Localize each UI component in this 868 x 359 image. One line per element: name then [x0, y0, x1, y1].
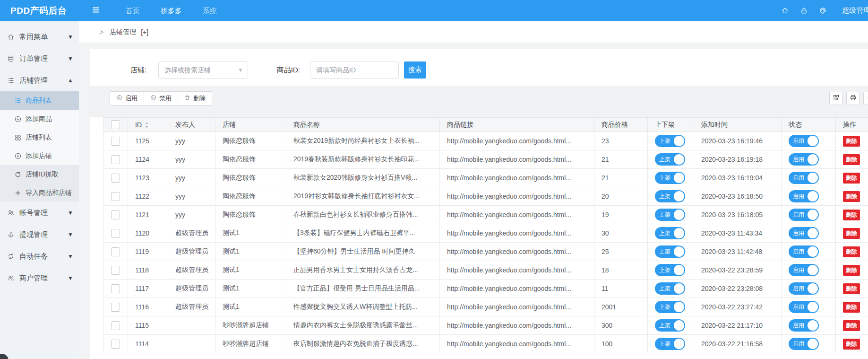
- merchants-icon: [7, 274, 15, 282]
- status-toggle[interactable]: 启用: [789, 282, 819, 295]
- row-checkbox[interactable]: [111, 137, 120, 146]
- delete-button[interactable]: 删除: [843, 339, 860, 350]
- cell-shop: 陶依恋服饰: [215, 150, 286, 169]
- cell-goods-name: 夜店制服激情趣内衣免脱血滴子极度诱惑...: [286, 335, 440, 353]
- sidebar-item-shop-list[interactable]: 店铺列表: [0, 128, 79, 147]
- row-checkbox[interactable]: [111, 303, 120, 312]
- home-icon[interactable]: [777, 3, 793, 19]
- refresh-button[interactable]: [863, 92, 868, 105]
- content-card: 店铺: 选择或搜索店铺 ▼ 商品ID: 搜索 启用 禁用: [90, 49, 868, 359]
- row-checkbox[interactable]: [111, 340, 120, 349]
- status-toggle[interactable]: 启用: [789, 264, 819, 276]
- add-tab-button[interactable]: [+]: [141, 28, 148, 36]
- listing-toggle[interactable]: 上架: [655, 209, 685, 221]
- sidebar-item-merchant-management[interactable]: 商户管理▼: [0, 267, 79, 289]
- column-header[interactable]: ID: [128, 118, 168, 132]
- chevron-down-icon: ▼: [68, 34, 73, 40]
- cell-shop: 测试1: [215, 298, 286, 316]
- column-header: 操作: [836, 118, 868, 132]
- row-checkbox[interactable]: [111, 266, 120, 275]
- delete-button[interactable]: 删除: [843, 173, 860, 184]
- cell-added-time: 2020-03-23 16:18:50: [694, 187, 782, 206]
- row-checkbox[interactable]: [111, 284, 120, 293]
- cell-listing: 上架: [648, 298, 694, 316]
- listing-toggle[interactable]: 上架: [655, 172, 685, 184]
- sidebar-item-add-shop[interactable]: 添加店铺: [0, 147, 79, 165]
- listing-toggle[interactable]: 上架: [655, 301, 685, 313]
- listing-toggle[interactable]: 上架: [655, 282, 685, 295]
- goods-id-input[interactable]: [310, 61, 399, 79]
- status-toggle[interactable]: 启用: [789, 245, 819, 258]
- shop-select[interactable]: 选择或搜索店铺 ▼: [158, 61, 248, 79]
- status-toggle[interactable]: 启用: [789, 209, 819, 221]
- row-checkbox[interactable]: [111, 229, 120, 238]
- cell-status: 启用: [782, 132, 836, 150]
- delete-button[interactable]: 删除: [843, 302, 860, 313]
- status-toggle[interactable]: 启用: [789, 153, 819, 166]
- current-user[interactable]: 超级管理员: [842, 6, 868, 15]
- delete-button[interactable]: 删除: [843, 228, 860, 239]
- topnav-pinduoduo[interactable]: 拼多多: [150, 0, 192, 21]
- cell-id: 1115: [128, 316, 168, 335]
- cell-added-time: 2020-03-22 23:28:59: [694, 261, 782, 280]
- delete-button[interactable]: 删除: [843, 246, 860, 257]
- delete-button[interactable]: 删除: [843, 283, 860, 294]
- search-button[interactable]: 搜索: [404, 61, 426, 79]
- row-checkbox[interactable]: [111, 155, 120, 164]
- sidebar-item-order-management[interactable]: 订单管理▼: [0, 48, 79, 70]
- cell-added-time: 2020-03-23 16:19:04: [694, 169, 782, 187]
- disable-button[interactable]: 禁用: [144, 91, 178, 105]
- topnav-home[interactable]: 首页: [115, 0, 150, 21]
- cell-actions: 删除: [836, 187, 868, 206]
- status-toggle[interactable]: 启用: [789, 172, 819, 184]
- cell-shop: 陶依恋服饰: [215, 132, 286, 150]
- print-button[interactable]: [846, 92, 859, 105]
- status-toggle[interactable]: 启用: [789, 301, 819, 313]
- delete-button[interactable]: 删除: [843, 154, 860, 165]
- row-checkbox[interactable]: [111, 247, 120, 256]
- sidebar-item-auto-task[interactable]: 自动任务▼: [0, 245, 79, 267]
- topnav-system[interactable]: 系统: [192, 0, 227, 21]
- top-navigation: 首页 拼多多 系统: [115, 0, 227, 21]
- listing-toggle[interactable]: 上架: [655, 338, 685, 350]
- row-checkbox[interactable]: [111, 210, 120, 219]
- row-checkbox[interactable]: [111, 174, 120, 183]
- sidebar-toggle-button[interactable]: [90, 5, 102, 17]
- lock-icon[interactable]: [796, 3, 812, 19]
- delete-button[interactable]: 删除: [843, 136, 860, 147]
- listing-toggle[interactable]: 上架: [655, 319, 685, 332]
- sidebar-item-shop-id-fetch[interactable]: 店铺ID抓取: [0, 165, 79, 184]
- column-header: 发布人: [168, 118, 215, 132]
- cell-added-time: 2020-03-23 16:19:46: [694, 132, 782, 150]
- status-toggle[interactable]: 启用: [789, 319, 819, 332]
- sidebar-item-account-management[interactable]: 帐号管理▼: [0, 202, 79, 224]
- status-toggle[interactable]: 启用: [789, 338, 819, 350]
- delete-button[interactable]: 删除: [843, 191, 860, 202]
- status-toggle[interactable]: 启用: [789, 135, 819, 147]
- listing-toggle[interactable]: 上架: [655, 153, 685, 166]
- listing-toggle[interactable]: 上架: [655, 227, 685, 239]
- listing-toggle[interactable]: 上架: [655, 264, 685, 276]
- sidebar-item-shop-management[interactable]: 店铺管理▲: [0, 70, 79, 91]
- listing-toggle[interactable]: 上架: [655, 245, 685, 258]
- row-checkbox[interactable]: [111, 192, 120, 201]
- listing-toggle[interactable]: 上架: [655, 190, 685, 202]
- delete-button[interactable]: 删除: [843, 210, 860, 220]
- sidebar-item-goods-list[interactable]: 商品列表: [0, 91, 79, 110]
- columns-toggle-button[interactable]: [829, 92, 842, 105]
- theme-palette-icon[interactable]: [815, 3, 831, 19]
- status-toggle[interactable]: 启用: [789, 190, 819, 202]
- sort-icon[interactable]: [145, 122, 149, 129]
- sidebar-item-add-goods[interactable]: 添加商品: [0, 110, 79, 128]
- row-checkbox[interactable]: [111, 321, 120, 330]
- delete-bulk-button[interactable]: 删除: [178, 91, 212, 105]
- enable-button[interactable]: 启用: [110, 91, 144, 105]
- sidebar-item-import-goods-shops[interactable]: 导入商品和店铺: [0, 184, 79, 202]
- sidebar-item-withdraw-management[interactable]: 提现管理▼: [0, 224, 79, 245]
- select-all-checkbox[interactable]: [111, 120, 120, 129]
- status-toggle[interactable]: 启用: [789, 227, 819, 239]
- delete-button[interactable]: 删除: [843, 265, 860, 276]
- sidebar-item-common-menu[interactable]: 常用菜单▼: [0, 26, 79, 48]
- listing-toggle[interactable]: 上架: [655, 135, 685, 147]
- delete-button[interactable]: 删除: [843, 320, 860, 331]
